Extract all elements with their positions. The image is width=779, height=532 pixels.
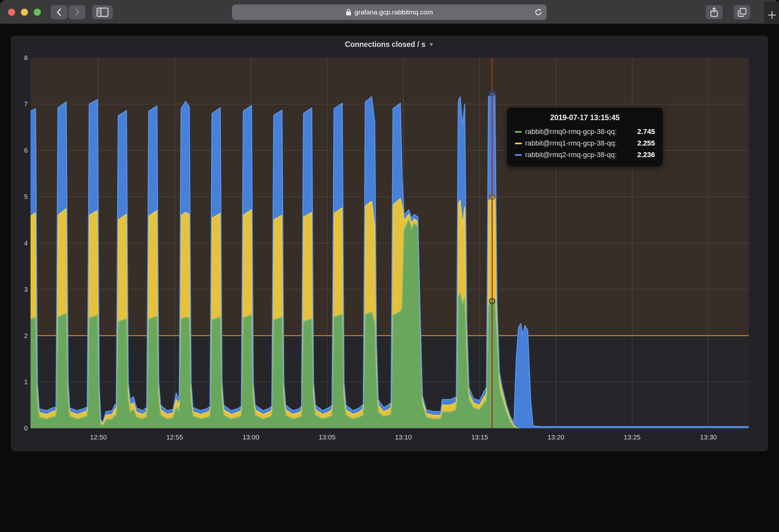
- y-tick-label: 4: [12, 239, 27, 247]
- panel-title[interactable]: Connections closed / s▼: [11, 40, 768, 49]
- grafana-panel: Connections closed / s▼ 012345678 12:501…: [11, 36, 768, 451]
- y-tick-label: 8: [12, 54, 27, 62]
- reload-button[interactable]: [534, 8, 543, 17]
- chevron-left-icon: [56, 8, 62, 17]
- address-bar[interactable]: grafana.gcp.rabbitmq.com: [232, 4, 547, 20]
- x-tick-label: 13:05: [309, 433, 345, 442]
- series-label: rabbit@rmq2-rmq-gcp-38-qq:: [525, 151, 617, 159]
- panel-title-text: Connections closed / s: [345, 40, 425, 49]
- browser-window: grafana.gcp.rabbitmq.com: [0, 0, 779, 532]
- forward-button[interactable]: [69, 5, 85, 19]
- tabs-icon: [737, 7, 747, 17]
- x-tick-label: 12:55: [157, 433, 192, 442]
- series-color-dash-yellow: [515, 143, 522, 144]
- reload-icon: [534, 8, 543, 17]
- close-window-button[interactable]: [8, 9, 15, 16]
- tooltip-timestamp: 2019-07-17 13:15:45: [515, 114, 655, 122]
- series-label: rabbit@rmq1-rmq-gcp-38-qq:: [525, 139, 617, 147]
- tab-bar-edge: [764, 2, 779, 24]
- sidebar-toggle-button[interactable]: [92, 5, 113, 19]
- x-tick-label: 13:30: [691, 433, 726, 442]
- x-tick-label: 12:50: [81, 433, 116, 442]
- x-tick-label: 13:00: [233, 433, 269, 442]
- url-text: grafana.gcp.rabbitmq.com: [354, 8, 433, 16]
- lock-icon: [346, 9, 351, 16]
- y-tick-label: 7: [12, 100, 27, 108]
- tab-overview-button[interactable]: [734, 5, 751, 19]
- y-tick-label: 0: [12, 424, 27, 433]
- share-button[interactable]: [706, 5, 722, 19]
- browser-toolbar: grafana.gcp.rabbitmq.com: [0, 0, 779, 24]
- series-color-dash-blue: [515, 154, 522, 156]
- x-tick-label: 13:15: [462, 433, 497, 442]
- chevron-right-icon: [74, 8, 80, 17]
- sidebar-icon: [97, 7, 109, 17]
- chart-tooltip: 2019-07-17 13:15:45 rabbit@rmq0-rmq-gcp-…: [507, 108, 663, 167]
- series-color-dash-green: [515, 131, 522, 133]
- y-tick-label: 3: [12, 285, 27, 293]
- y-tick-label: 6: [12, 146, 27, 154]
- series-label: rabbit@rmq0-rmq-gcp-38-qq:: [525, 128, 617, 136]
- x-tick-label: 13:20: [538, 433, 574, 442]
- back-button[interactable]: [51, 5, 67, 19]
- zoom-window-button[interactable]: [34, 9, 41, 16]
- share-icon: [710, 7, 718, 17]
- series-value: 2.236: [637, 151, 655, 159]
- tooltip-row: rabbit@rmq2-rmq-gcp-38-qq: 2.236: [515, 149, 655, 160]
- new-tab-plus-icon[interactable]: [764, 2, 779, 24]
- series-value: 2.745: [637, 128, 655, 136]
- x-tick-label: 13:25: [614, 433, 650, 442]
- chevron-down-icon: ▼: [429, 42, 434, 48]
- y-tick-label: 2: [12, 332, 27, 340]
- x-tick-label: 13:10: [385, 433, 421, 442]
- y-tick-label: 5: [12, 192, 27, 201]
- minimize-window-button[interactable]: [21, 9, 28, 16]
- tooltip-row: rabbit@rmq1-rmq-gcp-38-qq: 2.255: [515, 137, 655, 149]
- series-value: 2.255: [637, 139, 655, 147]
- tooltip-row: rabbit@rmq0-rmq-gcp-38-qq: 2.745: [515, 126, 655, 137]
- y-tick-label: 1: [12, 378, 27, 386]
